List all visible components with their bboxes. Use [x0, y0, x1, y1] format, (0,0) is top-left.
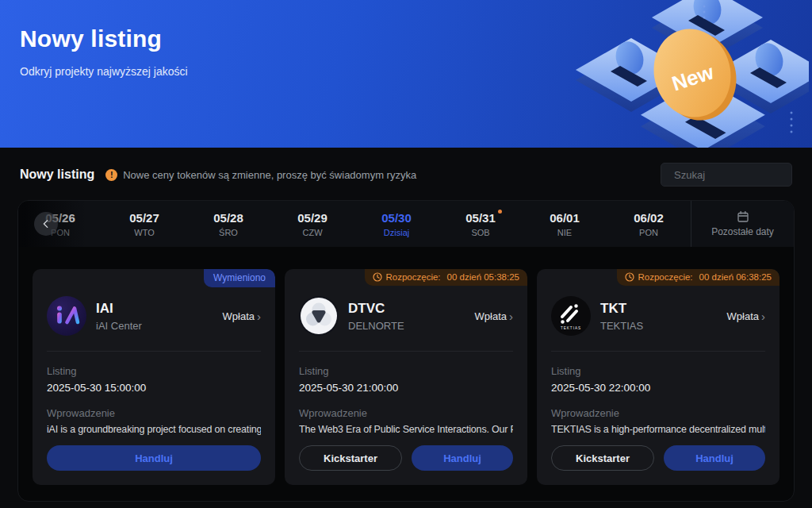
- search-box[interactable]: [661, 163, 792, 187]
- deposit-link[interactable]: Wpłata ›: [727, 310, 765, 322]
- countdown-label: Rozpoczęcie:: [638, 272, 693, 282]
- new-listing-illustration: New: [539, 0, 809, 148]
- intro-label: Wprowadzenie: [47, 407, 261, 419]
- date-tab-0531[interactable]: 05/31 SOB: [439, 201, 523, 247]
- card-actions: Handluj: [47, 445, 261, 471]
- listing-card-dtvc[interactable]: Rozpoczęcie: 00 dzień 05:38:25 DTVC D: [285, 269, 527, 485]
- listing-card-iai[interactable]: Wymieniono: [33, 269, 275, 485]
- project-name: iAI Center: [96, 320, 142, 332]
- date-tab-bar: 05/26 PON 05/27 WTO 05/28 ŚRO 05/29 CZW …: [18, 201, 794, 247]
- status-badge: Wymieniono: [204, 269, 275, 287]
- chevron-right-icon: ›: [257, 310, 261, 322]
- listing-cards: Wymieniono: [18, 247, 794, 485]
- listing-panel: 05/26 PON 05/27 WTO 05/28 ŚRO 05/29 CZW …: [17, 200, 795, 502]
- day-label: PON: [639, 228, 658, 237]
- date-label: 05/27: [129, 211, 159, 225]
- new-listing-dot: [498, 210, 502, 214]
- day-label: CZW: [302, 228, 322, 237]
- countdown-time: 00 dzień 06:38:25: [699, 272, 772, 282]
- date-label: 05/28: [213, 211, 243, 225]
- day-label: ŚRO: [219, 228, 238, 237]
- trade-button[interactable]: Handluj: [47, 445, 261, 471]
- trade-button[interactable]: Handluj: [664, 445, 765, 471]
- countdown-badge: Rozpoczęcie: 00 dzień 06:38:25: [617, 269, 780, 286]
- countdown-time: 00 dzień 05:38:25: [447, 272, 519, 282]
- date-tab-0528[interactable]: 05/28 ŚRO: [186, 201, 270, 247]
- card-actions: Kickstarter Handluj: [551, 445, 765, 471]
- listing-time: 2025-05-30 15:00:00: [47, 382, 261, 394]
- deposit-link[interactable]: Wpłata ›: [223, 310, 261, 322]
- risk-notice: ! Nowe ceny tokenów są zmienne, proszę b…: [105, 169, 416, 181]
- chevron-right-icon: ›: [509, 310, 513, 322]
- countdown-label: Rozpoczęcie:: [386, 272, 441, 282]
- listing-label: Listing: [47, 365, 261, 377]
- section-title: Nowy listing: [20, 167, 94, 182]
- card-header: IAI iAI Center Wpłata ›: [47, 296, 261, 336]
- listing-time: 2025-05-30 22:00:00: [551, 382, 765, 394]
- date-tab-0529[interactable]: 05/29 CZW: [270, 201, 354, 247]
- token-names: TKT TEKTIAS: [600, 301, 643, 332]
- date-label: 06/01: [550, 211, 580, 225]
- divider: [47, 351, 261, 352]
- card-header: TEKTIAS TKT TEKTIAS Wpłata ›: [551, 296, 765, 336]
- token-symbol: IAI: [96, 301, 142, 317]
- listing-label: Listing: [551, 365, 765, 377]
- countdown-badge: Rozpoczęcie: 00 dzień 05:38:25: [365, 269, 528, 286]
- chevron-left-icon: [40, 218, 52, 229]
- intro-text: The Web3 Era of Public Service Interacti…: [299, 424, 513, 435]
- token-names: DTVC DELNORTE: [348, 301, 404, 332]
- day-label: Dzisiaj: [384, 228, 409, 237]
- listing-toolbar: Nowy listing ! Nowe ceny tokenów są zmie…: [0, 162, 812, 187]
- tkt-logo-text: TEKTIAS: [561, 326, 581, 330]
- day-label: WTO: [134, 228, 154, 237]
- more-dates-button[interactable]: Pozostałe daty: [691, 201, 794, 247]
- clock-icon: [625, 272, 634, 282]
- tkt-token-logo: TEKTIAS: [551, 296, 591, 336]
- intro-label: Wprowadzenie: [299, 407, 513, 419]
- date-tab-0527[interactable]: 05/27 WTO: [102, 201, 186, 247]
- date-tab-0530-today[interactable]: 05/30 Dzisiaj: [354, 201, 439, 247]
- hero-banner: Nowy listing Odkryj projekty najwyższej …: [0, 0, 812, 148]
- card-header: DTVC DELNORTE Wpłata ›: [299, 296, 513, 336]
- previous-dates-button[interactable]: [34, 212, 58, 236]
- calendar-icon: [737, 210, 749, 223]
- token-names: IAI iAI Center: [96, 301, 142, 332]
- date-label: 05/29: [297, 211, 327, 225]
- kickstarter-button[interactable]: Kickstarter: [551, 445, 654, 471]
- date-tab-0601[interactable]: 06/01 NIE: [523, 201, 607, 247]
- chevron-right-icon: ›: [761, 310, 765, 322]
- intro-label: Wprowadzenie: [551, 407, 765, 419]
- date-label: 05/31: [465, 211, 496, 225]
- listing-label: Listing: [299, 365, 513, 377]
- dtvc-token-logo: [299, 296, 339, 336]
- date-label: 06/02: [634, 211, 664, 225]
- risk-notice-text: Nowe ceny tokenów są zmienne, proszę być…: [123, 169, 416, 181]
- date-tab-0526[interactable]: 05/26 PON: [18, 201, 102, 247]
- divider: [299, 351, 513, 352]
- page-subtitle: Odkryj projekty najwyższej jakości: [20, 65, 188, 78]
- page-title: Nowy listing: [20, 25, 162, 52]
- project-name: TEKTIAS: [600, 320, 643, 332]
- intro-text: iAI is a groundbreaking project focused …: [47, 424, 261, 435]
- date-tab-0602[interactable]: 06/02 PON: [607, 201, 691, 247]
- card-actions: Kickstarter Handluj: [299, 445, 513, 471]
- project-name: DELNORTE: [348, 320, 404, 332]
- more-dates-label: Pozostałe daty: [711, 226, 774, 237]
- search-input[interactable]: [674, 169, 812, 181]
- warning-icon: !: [105, 169, 117, 181]
- iai-token-logo: [47, 296, 86, 336]
- token-symbol: TKT: [600, 301, 643, 317]
- token-symbol: DTVC: [348, 301, 404, 317]
- deposit-link[interactable]: Wpłata ›: [475, 310, 513, 322]
- listing-time: 2025-05-30 21:00:00: [299, 382, 513, 394]
- trade-button[interactable]: Handluj: [412, 445, 513, 471]
- divider: [551, 351, 765, 352]
- day-label: SOB: [471, 228, 489, 237]
- date-label: 05/30: [381, 211, 412, 225]
- intro-text: TEKTIAS is a high-performance decentrali…: [551, 424, 765, 435]
- listing-card-tkt[interactable]: Rozpoczęcie: 00 dzień 06:38:25 TEKTIAS T…: [537, 269, 779, 485]
- kickstarter-button[interactable]: Kickstarter: [299, 445, 402, 471]
- clock-icon: [373, 272, 382, 282]
- new-listing-page: Nowy listing Odkryj projekty najwyższej …: [0, 0, 812, 508]
- day-label: NIE: [557, 228, 572, 237]
